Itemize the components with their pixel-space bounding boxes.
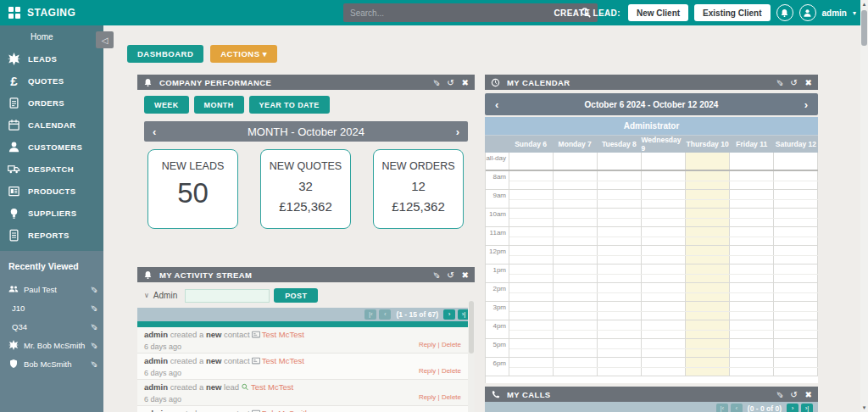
activity-scrollbar[interactable] [468,301,475,412]
edit-icon[interactable]: ✎ [88,286,97,292]
activity-post-input[interactable] [185,289,270,303]
entry-target-link[interactable]: Test McTest [262,330,304,339]
calendar-cell[interactable] [598,153,642,170]
calendar-cell[interactable] [774,302,818,320]
calendar-cell[interactable] [509,190,554,208]
sidebar-item-suppliers[interactable]: SUPPLIERS [0,202,103,224]
calendar-cell[interactable] [642,227,686,245]
close-widget-icon[interactable]: ✖ [805,390,812,399]
calendar-cell[interactable] [509,320,554,338]
calendar-cell[interactable] [554,339,598,357]
calendar-cell[interactable] [686,283,730,301]
calendar-cell[interactable] [642,358,686,376]
recent-item-mr-bob-mcsmith[interactable]: Mr. Bob McSmith✎ [0,336,103,354]
calendar-cell[interactable] [774,320,818,338]
recent-item-paul-test[interactable]: Paul Test✎ [0,280,103,298]
calendar-cell[interactable] [642,190,686,208]
stat-card-new-quotes[interactable]: NEW QUOTES 32 £125,362 [260,149,351,229]
calendar-cell[interactable] [686,153,730,170]
calendar-cell[interactable] [774,339,818,357]
entry-target-link[interactable]: Bob McSmith [262,409,310,412]
calendar-cell[interactable] [554,283,598,301]
calendar-cell[interactable] [774,283,818,301]
calendar-cell[interactable] [509,209,554,226]
sidebar-item-despatch[interactable]: DESPATCH [0,158,103,180]
reply-link[interactable]: Reply [419,367,436,375]
calendar-cell[interactable] [730,264,774,282]
calendar-cell[interactable] [554,153,598,170]
calendar-cell[interactable] [730,246,774,264]
author-caret-icon[interactable]: ∨ [144,292,149,299]
post-button[interactable]: POST [274,288,318,303]
recent-item-bob-mcsmith[interactable]: Bob McSmith✎ [0,354,103,373]
calendar-cell[interactable] [730,283,774,301]
refresh-widget-icon[interactable]: ↺ [790,390,797,399]
calendar-cell[interactable] [730,339,774,357]
calendar-cell[interactable] [554,190,598,208]
calendar-cell[interactable] [509,153,554,170]
calendar-cell[interactable] [509,227,554,245]
user-avatar-icon[interactable] [799,4,816,21]
calendar-cell[interactable] [730,171,774,189]
next-week-icon[interactable]: › [804,98,808,111]
app-logo[interactable]: STAGING [0,7,75,19]
first-page-button[interactable]: |‹ [716,404,728,412]
sidebar-item-quotes[interactable]: £QUOTES [0,70,103,92]
calendar-cell[interactable] [554,209,598,226]
calendar-cell[interactable] [686,209,730,226]
page-scrollbar[interactable]: ▴ ▾ [860,0,868,412]
sidebar-item-home[interactable]: Home [0,25,103,47]
existing-client-button[interactable]: Existing Client [694,4,770,21]
stat-card-new-leads[interactable]: NEW LEADS 50 [147,149,238,229]
sidebar-item-products[interactable]: PRODUCTS [0,180,103,202]
calendar-cell[interactable] [642,171,686,189]
calendar-cell[interactable] [642,283,686,301]
calendar-cell[interactable] [774,171,818,189]
calendar-cell[interactable] [598,302,642,320]
sidebar-collapse-button[interactable]: ◁ [96,31,114,48]
close-widget-icon[interactable]: ✖ [462,270,469,280]
calendar-cell[interactable] [774,264,818,282]
tab-month[interactable]: MONTH [194,96,244,114]
new-client-button[interactable]: New Client [628,4,688,21]
actions-dropdown-button[interactable]: ACTIONS ▾ [210,45,277,63]
calendar-cell[interactable] [642,209,686,226]
tab-week[interactable]: WEEK [144,96,189,114]
calendar-cell[interactable] [509,264,554,282]
dashboard-button[interactable]: DASHBOARD [127,45,203,63]
calendar-cell[interactable] [554,320,598,338]
edit-icon[interactable]: ✎ [88,323,97,330]
calendar-cell[interactable] [730,153,774,170]
calendar-cell[interactable] [598,339,642,357]
notifications-bell-icon[interactable] [776,4,793,21]
entry-target-link[interactable]: Test McTest [251,382,293,392]
calendar-cell[interactable] [686,171,730,189]
calendar-cell[interactable] [686,339,730,357]
next-period-icon[interactable]: › [456,125,459,138]
calendar-cell[interactable] [774,227,818,245]
next-page-button[interactable]: › [443,309,455,320]
edit-widget-icon[interactable]: ✎ [431,271,441,278]
close-widget-icon[interactable]: ✖ [462,78,469,87]
calendar-cell[interactable] [509,283,554,301]
activity-entry[interactable]: admin created a new contactBob McSmith 6… [137,406,468,412]
edit-icon[interactable]: ✎ [88,360,97,367]
sidebar-item-calendar[interactable]: CALENDAR [0,114,103,136]
calendar-cell[interactable] [642,302,686,320]
username-label[interactable]: admin [822,8,847,18]
calendar-cell[interactable] [730,320,774,338]
activity-entry[interactable]: admin created a new leadTest McTest 6 da… [137,380,468,406]
first-page-button[interactable]: |‹ [364,309,376,320]
calendar-cell[interactable] [774,190,818,208]
calendar-cell[interactable] [554,171,598,189]
edit-icon[interactable]: ✎ [88,342,97,348]
sidebar-item-leads[interactable]: LEADS [0,47,103,70]
activity-entry[interactable]: admin created a new contactTest McTest 6… [137,354,468,380]
calendar-cell[interactable] [686,264,730,282]
search-input[interactable] [343,8,580,18]
calendar-cell[interactable] [598,171,642,189]
edit-widget-icon[interactable]: ✎ [431,79,441,86]
next-page-button[interactable]: › [787,404,798,412]
refresh-widget-icon[interactable]: ↺ [447,270,453,280]
calendar-cell[interactable] [730,302,774,320]
